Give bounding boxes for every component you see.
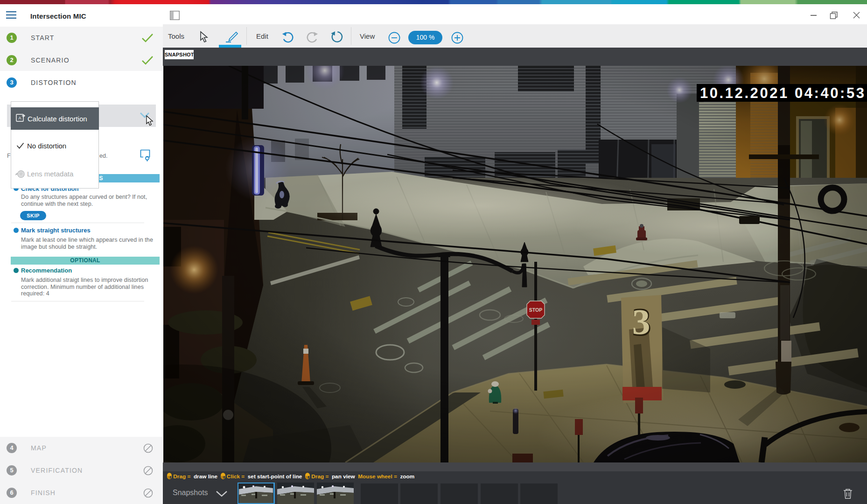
- svg-text:A: A: [18, 116, 21, 120]
- svg-text:10.12.2021 04:40:53: 10.12.2021 04:40:53: [700, 85, 864, 101]
